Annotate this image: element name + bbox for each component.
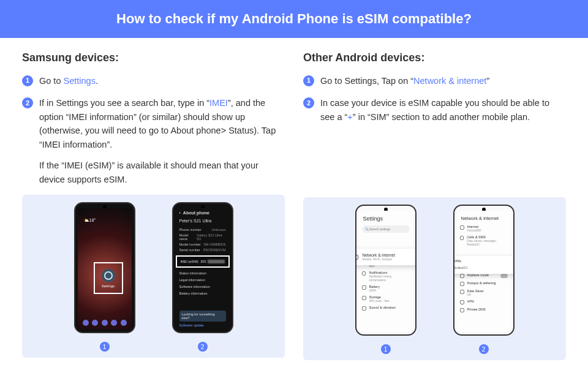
samsung-column: Samsung devices: 1 Go to Settings. 2 If … (22, 51, 285, 360)
airplane-toggle (500, 274, 508, 278)
imei-link[interactable]: IMEI (209, 98, 228, 108)
step-text: Go to Settings, Tap on “Network & intern… (320, 74, 566, 88)
about-title: About phone (183, 211, 209, 215)
samsung-shot-1: ⛅18° Settings 1 (74, 202, 135, 352)
other-steps: 1 Go to Settings, Tap on “Network & inte… (303, 74, 566, 124)
about-footer-tip: Looking for something else? (179, 311, 226, 322)
airplane-icon (460, 274, 464, 278)
text-fragment: ” in “SIM” section to add another mobile… (353, 112, 530, 122)
other-screenshots: Settings 🔍 Search settings AppsAssistant… (303, 197, 566, 360)
list-item: Battery100% (362, 285, 410, 292)
phone-mock-settings: Settings 🔍 Search settings AppsAssistant… (355, 205, 417, 336)
step-extra-text: If the “IMEI (eSIM)” is available it sho… (39, 159, 285, 186)
samsung-steps: 1 Go to Settings. 2 If in Settings you s… (22, 74, 285, 186)
imei-esim-row: IMEI (eSIM) 355 (176, 255, 230, 268)
imei-label: IMEI (eSIM) (181, 260, 198, 263)
network-internet-popout: Network & internet Mobile, Wi-Fi, hotspo… (355, 249, 417, 265)
dns-icon (460, 308, 464, 312)
other-heading: Other Android devices: (303, 51, 566, 64)
step-number-badge: 1 (303, 75, 314, 86)
list-item: InternetAndroidWifi (460, 225, 508, 232)
phone-mock-about: ‹ About phone Peter's S21 Ultra Phone nu… (172, 202, 233, 333)
battery-icon (362, 285, 366, 290)
step-number-badge: 2 (303, 97, 314, 108)
sims-popout: SIMs RedteaGO + (453, 256, 514, 274)
text-fragment: Go to Settings, Tap on “ (320, 76, 413, 86)
content-wrap: Samsung devices: 1 Go to Settings. 2 If … (0, 38, 588, 360)
list-item: Airplane mode (460, 273, 508, 278)
plus-link[interactable]: + (347, 112, 352, 122)
other-shot-1: Settings 🔍 Search settings AppsAssistant… (355, 205, 417, 354)
step-number-badge: 2 (22, 97, 33, 108)
shot-number-badge: 1 (381, 344, 391, 354)
about-header: ‹ About phone (179, 211, 226, 215)
popout-sub: Mobile, Wi-Fi, hotspot (363, 257, 392, 261)
notifications-icon (362, 271, 366, 276)
datasaver-icon (460, 290, 464, 294)
settings-app-label: Settings (102, 284, 115, 288)
about-footer-update: Software update (179, 323, 226, 327)
phone-mock-network: Network & internet InternetAndroidWifi C… (453, 205, 514, 336)
phone-mock-samsung-home: ⛅18° Settings (74, 202, 135, 333)
settings-app-tile: Settings (94, 262, 123, 294)
samsung-shot-2: ‹ About phone Peter's S21 Ultra Phone nu… (172, 202, 233, 352)
settings-title: Settings (363, 216, 410, 222)
text-fragment: ” (486, 76, 489, 86)
list-item: VPN (460, 300, 508, 304)
list-item: Hotspot & tethering (460, 281, 508, 286)
weather-widget: ⛅18° (84, 218, 96, 223)
samsung-step-2: 2 If in Settings you see a search bar, t… (22, 96, 285, 186)
list-item: Sound & vibration (362, 306, 410, 311)
about-row: Model numberSM-G998B/DS (179, 243, 226, 246)
text-fragment: . (96, 76, 98, 86)
network-title: Network & internet (461, 216, 508, 221)
list-item: Storage42% used – free (362, 295, 410, 303)
device-name: Peter's S21 Ultra (179, 219, 226, 223)
about-row: Serial numberR5CR00EKVM (179, 248, 226, 252)
about-section: Software information (179, 285, 226, 288)
step-text: If in Settings you see a search bar, typ… (39, 96, 285, 186)
samsung-screenshots: ⛅18° Settings 1 ‹ (22, 195, 285, 358)
list-item: Calls & SMSData, phone, messages, Redtea… (460, 235, 508, 246)
other-android-column: Other Android devices: 1 Go to Settings,… (303, 51, 566, 360)
text-fragment: If in Settings you see a search bar, typ… (39, 98, 209, 108)
vpn-icon (460, 300, 464, 304)
about-row: Model nameGalaxy S21 Ultra 5G (179, 233, 226, 241)
list-item: NotificationsNotification history, conve… (362, 271, 410, 282)
other-step-1: 1 Go to Settings, Tap on “Network & inte… (303, 74, 566, 88)
list-item: Data SaverOff (460, 289, 508, 296)
step-number-badge: 1 (22, 75, 33, 86)
about-section: Battery information (179, 292, 226, 295)
sound-icon (362, 306, 366, 311)
about-row: Phone numberUnknown (179, 228, 226, 232)
other-shot-2: Network & internet InternetAndroidWifi C… (453, 205, 514, 354)
imei-prefix: 355 (200, 260, 206, 263)
other-step-2: 2 In case your device is eSIM capable yo… (303, 96, 566, 124)
sims-row-label: RedteaGO (453, 266, 468, 270)
samsung-step-1: 1 Go to Settings. (22, 74, 285, 88)
step-text: In case your device is eSIM capable you … (320, 96, 566, 124)
sims-title: SIMs (453, 259, 514, 263)
list-item: Private DNS (460, 307, 508, 312)
hotspot-icon (460, 282, 464, 286)
popout-title: Network & internet (363, 253, 395, 257)
home-dock (83, 320, 127, 326)
step-text: Go to Settings. (39, 74, 285, 88)
page-banner: How to check if my Android Phone is eSIM… (0, 0, 588, 38)
wifi-icon (355, 255, 358, 260)
internet-icon (460, 225, 464, 230)
banner-title: How to check if my Android Phone is eSIM… (116, 11, 472, 26)
gear-icon (102, 269, 115, 282)
settings-link[interactable]: Settings (64, 76, 96, 86)
search-icon: 🔍 (365, 227, 369, 231)
about-section: Legal information (179, 278, 226, 282)
shot-number-badge: 2 (479, 344, 489, 354)
samsung-heading: Samsung devices: (22, 51, 285, 64)
shot-number-badge: 1 (100, 342, 110, 352)
text-fragment: Go to (39, 76, 64, 86)
search-placeholder: Search settings (369, 227, 390, 231)
network-internet-link[interactable]: Network & internet (413, 76, 486, 86)
storage-icon (362, 296, 366, 300)
settings-search: 🔍 Search settings (362, 225, 410, 233)
shot-number-badge: 2 (198, 342, 208, 352)
